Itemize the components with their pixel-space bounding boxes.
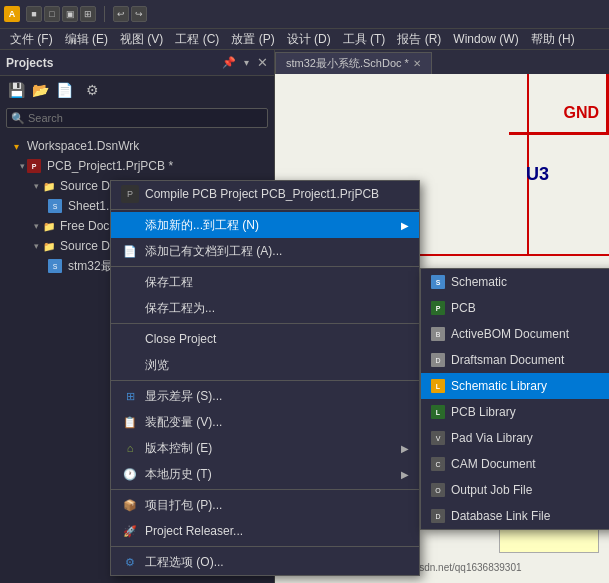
schematic-icon: S <box>48 199 62 213</box>
new-btn[interactable]: ■ <box>26 6 42 22</box>
tab-bar: stm32最小系统.SchDoc * ✕ <box>275 50 609 74</box>
ctx-bom[interactable]: 📋 装配变量 (V)... <box>111 409 419 435</box>
history-icon: 🕐 <box>121 465 139 483</box>
folder-btn[interactable]: ⊞ <box>80 6 96 22</box>
history-arrow: ▶ <box>401 469 409 480</box>
gear-icon[interactable]: ⚙ <box>82 80 102 100</box>
ctx-show-diff[interactable]: ⊞ 显示差异 (S)... <box>111 383 419 409</box>
sub-pcb[interactable]: P PCB <box>421 295 609 321</box>
workspace-icon: ▾ <box>8 138 24 154</box>
ctx-releaser[interactable]: 🚀 Project Releaser... <box>111 518 419 544</box>
tab-close-icon[interactable]: ✕ <box>413 58 421 69</box>
panel-toolbar: 💾 📂 📄 ⚙ <box>0 76 274 104</box>
sch-line-h2 <box>509 132 609 135</box>
sub-output[interactable]: O Output Job File <box>421 477 609 503</box>
save-as-icon <box>121 299 139 317</box>
menu-help[interactable]: 帮助 (H) <box>525 29 581 50</box>
ctx-options-label: 工程选项 (O)... <box>145 554 224 571</box>
free-folder-icon: 📁 <box>41 218 57 234</box>
sub-cam[interactable]: C CAM Document <box>421 451 609 477</box>
sub-padvia[interactable]: V Pad Via Library <box>421 425 609 451</box>
ctx-browse-label: 浏览 <box>145 357 169 374</box>
ctx-save-project[interactable]: 保存工程 <box>111 269 419 295</box>
menu-report[interactable]: 报告 (R) <box>391 29 447 50</box>
ctx-save-project-label: 保存工程 <box>145 274 193 291</box>
ctx-local-history[interactable]: 🕐 本地历史 (T) ▶ <box>111 461 419 487</box>
save-project-icon <box>121 273 139 291</box>
version-arrow: ▶ <box>401 443 409 454</box>
open-file-icon[interactable]: 📄 <box>54 80 74 100</box>
ctx-browse[interactable]: 浏览 <box>111 352 419 378</box>
menu-tools[interactable]: 工具 (T) <box>337 29 392 50</box>
ctx-options[interactable]: ⚙ 工程选项 (O)... <box>111 549 419 575</box>
sep-icon: ▾ <box>244 57 249 68</box>
menu-view[interactable]: 视图 (V) <box>114 29 169 50</box>
sub-activebom-label: ActiveBOM Document <box>451 327 569 341</box>
ctx-version-ctrl[interactable]: ⌂ 版本控制 (E) ▶ <box>111 435 419 461</box>
schematic-tab[interactable]: stm32最小系统.SchDoc * ✕ <box>275 52 432 74</box>
search-input[interactable] <box>28 112 263 124</box>
save-btn[interactable]: ▣ <box>62 6 78 22</box>
sub-schlib-icon: L <box>431 379 445 393</box>
package-icon: 📦 <box>121 496 139 514</box>
chevron-icon: ▾ <box>20 161 25 171</box>
ctx-compile-label: Compile PCB Project PCB_Project1.PrjPCB <box>145 187 379 201</box>
sub-draftsman[interactable]: D Draftsman Document <box>421 347 609 373</box>
ctx-add-new-label: 添加新的...到工程 (N) <box>145 217 259 234</box>
tree-workspace[interactable]: ▾ Workspace1.DsnWrk <box>0 136 274 156</box>
version-icon: ⌂ <box>121 439 139 457</box>
menu-edit[interactable]: 编辑 (E) <box>59 29 114 50</box>
sub-padvia-label: Pad Via Library <box>451 431 533 445</box>
sub-cam-label: CAM Document <box>451 457 536 471</box>
tree-pcb-project[interactable]: ▾ P PCB_Project1.PrjPCB * <box>0 156 274 176</box>
menu-project[interactable]: 工程 (C) <box>169 29 225 50</box>
sub-pcblib-icon: L <box>431 405 445 419</box>
open-btn[interactable]: □ <box>44 6 60 22</box>
pin-icon[interactable]: 📌 <box>222 56 236 69</box>
sub-dblink-label: Database Link File <box>451 509 550 523</box>
ctx-save-project-as[interactable]: 保存工程为... <box>111 295 419 321</box>
search-box[interactable]: 🔍 <box>6 108 268 128</box>
ctx-add-existing[interactable]: 📄 添加已有文档到工程 (A)... <box>111 238 419 264</box>
menu-window[interactable]: Window (W) <box>447 30 524 48</box>
ctx-package[interactable]: 📦 项目打包 (P)... <box>111 492 419 518</box>
sub-draftsman-label: Draftsman Document <box>451 353 564 367</box>
ctx-sep5 <box>111 489 419 490</box>
undo-btn[interactable]: ↩ <box>113 6 129 22</box>
sub-dblink[interactable]: D Database Link File <box>421 503 609 529</box>
pcb-project-label: PCB_Project1.PrjPCB * <box>47 159 173 173</box>
ctx-save-as-label: 保存工程为... <box>145 300 215 317</box>
sub-activebom[interactable]: B ActiveBOM Document <box>421 321 609 347</box>
undo-redo: ↩ ↪ <box>113 6 147 22</box>
sub-pcb-label: PCB <box>451 301 476 315</box>
open-folder-icon[interactable]: 📂 <box>30 80 50 100</box>
sheet-label: Sheet1... <box>68 199 116 213</box>
submenu: S Schematic P PCB B ActiveBOM Document D… <box>420 268 609 530</box>
ctx-compile[interactable]: P Compile PCB Project PCB_Project1.PrjPC… <box>111 181 419 207</box>
ctx-add-new[interactable]: 添加新的...到工程 (N) ▶ <box>111 212 419 238</box>
ctx-show-diff-label: 显示差异 (S)... <box>145 388 222 405</box>
sub-pcblib[interactable]: L PCB Library <box>421 399 609 425</box>
ctx-releaser-label: Project Releaser... <box>145 524 243 538</box>
menu-design[interactable]: 设计 (D) <box>281 29 337 50</box>
ctx-history-label: 本地历史 (T) <box>145 466 212 483</box>
menu-place[interactable]: 放置 (P) <box>225 29 280 50</box>
redo-btn[interactable]: ↪ <box>131 6 147 22</box>
releaser-icon: 🚀 <box>121 522 139 540</box>
search-area: 🔍 <box>0 104 274 132</box>
ctx-version-label: 版本控制 (E) <box>145 440 212 457</box>
search-icon: 🔍 <box>11 112 25 125</box>
workspace-label: Workspace1.DsnWrk <box>27 139 139 153</box>
close-panel-icon[interactable]: ✕ <box>257 55 268 70</box>
sub-sch-icon: S <box>431 275 445 289</box>
ctx-sep2 <box>111 266 419 267</box>
free-folder-chevron: ▾ <box>34 221 39 231</box>
sub-schlib[interactable]: L Schematic Library <box>421 373 609 399</box>
save-toolbar-icon[interactable]: 💾 <box>6 80 26 100</box>
sch-line-h1 <box>409 254 609 256</box>
sub-schematic[interactable]: S Schematic <box>421 269 609 295</box>
sub-output-icon: O <box>431 483 445 497</box>
ctx-add-existing-label: 添加已有文档到工程 (A)... <box>145 243 282 260</box>
menu-file[interactable]: 文件 (F) <box>4 29 59 50</box>
ctx-close-project[interactable]: Close Project <box>111 326 419 352</box>
